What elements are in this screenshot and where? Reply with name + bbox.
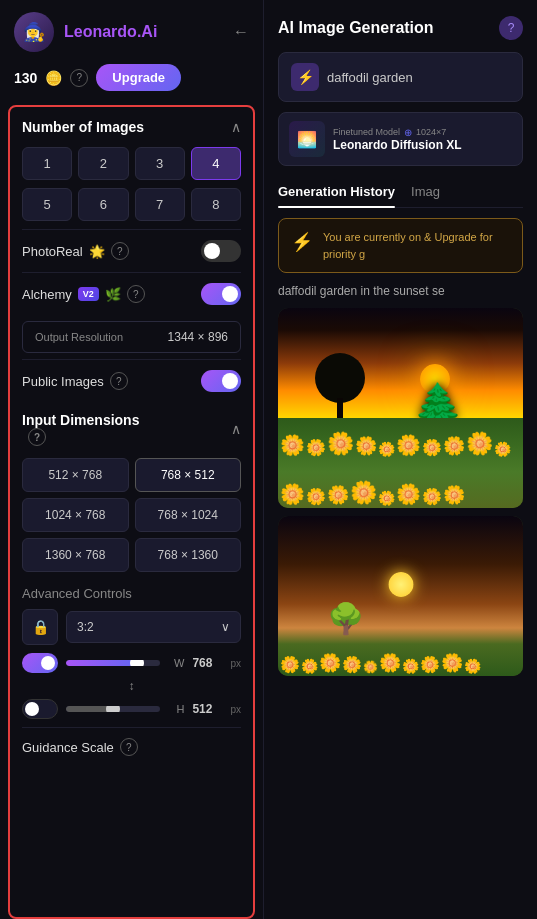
s2d2: 🌼: [301, 658, 318, 674]
model-row[interactable]: 🌅 Finetuned Model ⊕ 1024×7 Leonardo Diff…: [278, 112, 523, 166]
app-logo: 🧙‍♀️: [14, 12, 54, 52]
s2d6: 🌼: [379, 652, 401, 674]
collapse-icon[interactable]: ←: [233, 23, 249, 41]
guidance-scale-label: Guidance Scale ?: [22, 738, 241, 756]
tabs-row: Generation History Imag: [278, 176, 523, 208]
tree-canopy: [315, 353, 365, 403]
gallery-image-1[interactable]: 🌲 🌼 🌼 🌼 🌼 🌼 🌼 🌼 🌼 🌼 🌼 🌼 🌼 🌼: [278, 308, 523, 508]
public-images-label: Public Images ?: [22, 372, 193, 390]
advanced-controls-section: Advanced Controls 🔒 3:2 ∨ W 768: [22, 586, 241, 719]
height-slider-row: H 512 px: [22, 699, 241, 719]
input-dim-help[interactable]: ?: [28, 428, 46, 446]
dimension-grid: 512 × 768 768 × 512 1024 × 768 768 × 102…: [22, 458, 241, 572]
height-toggle-knob: [25, 702, 39, 716]
app-name: Leonardo.Ai: [64, 23, 223, 41]
s2d5: 🌼: [363, 660, 378, 674]
daff9: 🌼: [466, 431, 493, 457]
alchemy-toggle[interactable]: [201, 283, 241, 305]
input-dimensions-chevron[interactable]: ∧: [231, 421, 241, 437]
daff16: 🌼: [396, 482, 421, 506]
input-dimensions-header: Input Dimensions ? ∧: [22, 412, 241, 446]
width-toggle[interactable]: [22, 653, 58, 673]
info-button[interactable]: ?: [499, 16, 523, 40]
daff7: 🌼: [422, 438, 442, 457]
right-panel-title: AI Image Generation: [278, 19, 434, 37]
ratio-chevron-icon: ∨: [221, 620, 230, 634]
num-btn-3[interactable]: 3: [135, 147, 185, 180]
width-slider-track[interactable]: [66, 660, 160, 666]
daff3: 🌼: [327, 431, 354, 457]
alchemy-knob: [222, 286, 238, 302]
lock-button[interactable]: 🔒: [22, 609, 58, 645]
num-btn-7[interactable]: 7: [135, 188, 185, 221]
photoreal-toggle[interactable]: [201, 240, 241, 262]
s2d4: 🌼: [342, 655, 362, 674]
num-btn-6[interactable]: 6: [78, 188, 128, 221]
num-btn-4[interactable]: 4: [191, 147, 241, 180]
token-help-button[interactable]: ?: [70, 69, 88, 87]
dim-btn-768x1024[interactable]: 768 × 1024: [135, 498, 242, 532]
height-toggle[interactable]: [22, 699, 58, 719]
num-btn-2[interactable]: 2: [78, 147, 128, 180]
number-of-images-chevron[interactable]: ∧: [231, 119, 241, 135]
token-icon: 🪙: [45, 70, 62, 86]
photoreal-icon: 🌟: [89, 244, 105, 259]
dim-btn-512x768[interactable]: 512 × 768: [22, 458, 129, 492]
alchemy-row: Alchemy V2 🌿 ?: [22, 272, 241, 315]
advanced-row: 🔒 3:2 ∨: [22, 609, 241, 645]
ratio-select[interactable]: 3:2 ∨: [66, 611, 241, 643]
s2d8: 🌼: [420, 655, 440, 674]
num-btn-1[interactable]: 1: [22, 147, 72, 180]
number-grid: 1 2 3 4: [22, 147, 241, 180]
s2d10: 🌼: [464, 658, 481, 674]
tab-generation-history[interactable]: Generation History: [278, 176, 395, 207]
height-slider-track[interactable]: [66, 706, 160, 712]
dim-btn-1024x768[interactable]: 1024 × 768: [22, 498, 129, 532]
photoreal-row: PhotoReal 🌟 ?: [22, 229, 241, 272]
search-bar[interactable]: ⚡ daffodil garden: [278, 52, 523, 102]
tab-image[interactable]: Imag: [411, 176, 440, 207]
scene2-sun: [388, 572, 413, 597]
photoreal-knob: [204, 243, 220, 259]
width-unit: px: [230, 658, 241, 669]
s2d7: 🌼: [402, 658, 419, 674]
dim-btn-768x512[interactable]: 768 × 512: [135, 458, 242, 492]
guidance-help[interactable]: ?: [120, 738, 138, 756]
daff18: 🌼: [443, 484, 465, 506]
photoreal-help[interactable]: ?: [111, 242, 129, 260]
logo-emoji: 🧙‍♀️: [23, 21, 45, 43]
dim-btn-1360x768[interactable]: 1360 × 768: [22, 538, 129, 572]
lightning-icon: ⚡: [291, 231, 313, 253]
search-icon-box: ⚡: [291, 63, 319, 91]
public-images-help[interactable]: ?: [110, 372, 128, 390]
model-name: Leonardo Diffusion XL: [333, 138, 512, 152]
daff14: 🌼: [350, 480, 377, 506]
public-images-toggle[interactable]: [201, 370, 241, 392]
model-thumbnail: 🌅: [289, 121, 325, 157]
num-btn-5[interactable]: 5: [22, 188, 72, 221]
token-bar: 130 🪙 ? Upgrade: [0, 64, 263, 105]
guidance-scale-row: Guidance Scale ?: [22, 727, 241, 756]
photoreal-label: PhotoReal 🌟 ?: [22, 242, 193, 260]
daff11: 🌼: [280, 482, 305, 506]
daff6: 🌼: [396, 433, 421, 457]
dim-btn-768x1360[interactable]: 768 × 1360: [135, 538, 242, 572]
gallery-image-2[interactable]: 🌳 🌼 🌼 🌼 🌼 🌼 🌼 🌼 🌼 🌼 🌼: [278, 516, 523, 676]
scene2: 🌳 🌼 🌼 🌼 🌼 🌼 🌼 🌼 🌼 🌼 🌼: [278, 516, 523, 676]
left-content: Number of Images ∧ 1 2 3 4 5 6 7 8 Photo…: [8, 105, 255, 919]
upgrade-button[interactable]: Upgrade: [96, 64, 181, 91]
output-res-value: 1344 × 896: [168, 330, 228, 344]
ratio-value: 3:2: [77, 620, 94, 634]
input-dimensions-title: Input Dimensions ?: [22, 412, 139, 446]
num-btn-8[interactable]: 8: [191, 188, 241, 221]
daff4: 🌼: [355, 435, 377, 457]
search-icon: ⚡: [297, 69, 314, 85]
alchemy-help[interactable]: ?: [127, 285, 145, 303]
s2d3: 🌼: [319, 652, 341, 674]
width-toggle-knob: [41, 656, 55, 670]
width-label: W: [168, 657, 184, 669]
width-slider-thumb[interactable]: [130, 660, 144, 666]
number-of-images-header: Number of Images ∧: [22, 119, 241, 135]
daff13: 🌼: [327, 484, 349, 506]
height-slider-thumb[interactable]: [106, 706, 120, 712]
